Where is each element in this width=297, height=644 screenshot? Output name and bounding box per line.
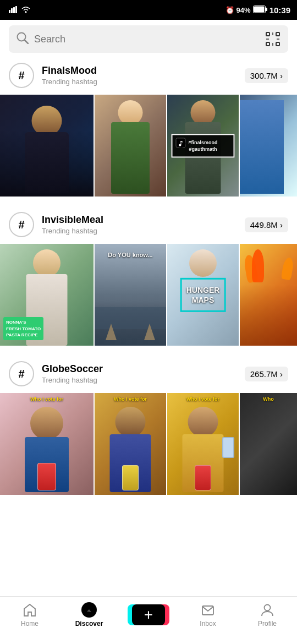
svg-point-21 [265, 605, 271, 611]
thumb-invisiblemeal-3[interactable]: HUNGERMAPS [167, 244, 239, 346]
hashtag-header-invisiblemeal: # InvisibleMeal Trending hashtag 449.8M … [0, 208, 297, 239]
thumb-globesoccer-1[interactable]: Who I vote for [0, 393, 94, 495]
nav-item-home[interactable]: Home [0, 602, 59, 627]
create-button-container[interactable]: + [130, 604, 167, 625]
home-icon [22, 602, 37, 618]
status-right: ⏰ 94% 10:39 [226, 6, 290, 15]
bottom-nav: Home Discover + Inbox [0, 596, 297, 644]
hashtag-count-2[interactable]: 449.8M › [245, 217, 288, 232]
profile-label: Profile [258, 620, 277, 627]
hashtag-name-3[interactable]: GlobeSoccer [42, 363, 103, 375]
hashtag-name[interactable]: FinalsMood [42, 65, 97, 77]
hashtag-info-2: InvisibleMeal Trending hashtag [42, 214, 103, 235]
hashtag-count[interactable]: 300.7M › [245, 68, 288, 83]
search-bar[interactable] [9, 25, 288, 53]
who-overlay-4: Who [240, 393, 297, 405]
thumb-finalsmood-3[interactable]: #finalsmood#gauthmath [167, 95, 239, 197]
scan-icon[interactable] [265, 31, 280, 47]
thumb-finalsmood-2[interactable] [95, 95, 166, 197]
inbox-icon [200, 602, 216, 618]
svg-rect-3 [15, 6, 17, 13]
hashtag-header-finalsmood: # FinalsMood Trending hashtag 300.7M › [0, 58, 297, 90]
hunger-maps-badge: HUNGERMAPS [180, 277, 226, 312]
thumb-finalsmood-1[interactable] [0, 95, 94, 197]
image-grid-globesoccer: Who I vote for Who I vote for Who I vote… [0, 393, 297, 495]
discover-label: Discover [75, 620, 103, 627]
thumb-invisiblemeal-2[interactable]: Do YOU know... [95, 244, 166, 346]
svg-rect-6 [254, 6, 264, 12]
hashtag-sub: Trending hashtag [42, 78, 97, 86]
wifi-icon [21, 6, 31, 15]
plus-main-button[interactable]: + [132, 604, 165, 625]
svg-point-4 [25, 11, 27, 13]
tiktok-badge: #finalsmood#gauthmath [172, 134, 235, 157]
hashtag-icon-2: # [9, 212, 34, 237]
hashtag-header-globesoccer: # GlobeSoccer Trending hashtag 265.7M › [0, 357, 297, 389]
hashtag-name-2[interactable]: InvisibleMeal [42, 214, 103, 226]
home-label: Home [21, 620, 38, 627]
who-overlay-1: Who I vote for [0, 393, 94, 405]
who-overlay-2: Who I vote for [95, 393, 166, 405]
alarm-icon: ⏰ [226, 6, 234, 14]
trend-section-globesoccer: # GlobeSoccer Trending hashtag 265.7M › … [0, 357, 297, 495]
status-left [9, 6, 31, 15]
nav-item-inbox[interactable]: Inbox [178, 602, 238, 627]
svg-rect-0 [9, 10, 10, 13]
hashtag-left: # FinalsMood Trending hashtag [9, 63, 97, 88]
main-content: # FinalsMood Trending hashtag 300.7M › [0, 58, 297, 572]
image-grid-finalsmood: #finalsmood#gauthmath [0, 95, 297, 197]
svg-rect-11 [276, 32, 279, 36]
hashtag-left-2: # InvisibleMeal Trending hashtag [9, 212, 103, 237]
hashtag-count-3[interactable]: 265.7M › [245, 367, 288, 381]
status-bar: ⏰ 94% 10:39 [0, 0, 297, 20]
inbox-label: Inbox [200, 620, 216, 627]
search-input[interactable] [34, 34, 280, 45]
battery-level: 94% [237, 6, 251, 14]
thumb-invisiblemeal-1[interactable]: NONNA'SFRESH TOMATOPASTA RECIPE [0, 244, 94, 346]
svg-rect-7 [266, 8, 267, 11]
thumb-globesoccer-4[interactable]: Who [240, 393, 297, 495]
hashtag-icon-3: # [9, 361, 34, 386]
hashtag-left-3: # GlobeSoccer Trending hashtag [9, 361, 103, 386]
thumb-globesoccer-2[interactable]: Who I vote for [95, 393, 166, 495]
profile-icon [260, 602, 275, 618]
thumb-finalsmood-4[interactable] [240, 95, 297, 197]
battery-icon [253, 6, 267, 15]
image-grid-invisiblemeal: NONNA'SFRESH TOMATOPASTA RECIPE Do YOU k… [0, 244, 297, 346]
nav-item-discover[interactable]: Discover [59, 602, 119, 627]
trend-section-finalsmood: # FinalsMood Trending hashtag 300.7M › [0, 58, 297, 197]
hashtag-info-3: GlobeSoccer Trending hashtag [42, 363, 103, 384]
svg-rect-13 [276, 42, 279, 46]
hashtag-info: FinalsMood Trending hashtag [42, 65, 97, 86]
nav-item-create[interactable]: + [119, 604, 178, 625]
signal-icon [9, 6, 19, 15]
thumb-globesoccer-3[interactable]: Who I vote for [167, 393, 239, 495]
trend-section-invisiblemeal: # InvisibleMeal Trending hashtag 449.8M … [0, 208, 297, 346]
discover-icon [81, 602, 97, 618]
who-overlay-3: Who I vote for [167, 393, 239, 405]
time-display: 10:39 [270, 6, 290, 15]
hashtag-icon: # [9, 63, 34, 88]
svg-rect-10 [266, 32, 270, 36]
plus-icon: + [144, 607, 153, 623]
pasta-label: NONNA'SFRESH TOMATOPASTA RECIPE [3, 317, 43, 340]
svg-rect-2 [13, 7, 15, 13]
hashtag-sub-2: Trending hashtag [42, 227, 103, 235]
do-you-know-text: Do YOU know... [108, 252, 152, 258]
nav-item-profile[interactable]: Profile [238, 602, 297, 627]
thumb-invisiblemeal-4[interactable] [240, 244, 297, 346]
hashtag-sub-3: Trending hashtag [42, 376, 103, 384]
svg-line-9 [25, 40, 29, 44]
svg-rect-12 [266, 42, 270, 46]
svg-rect-1 [11, 8, 13, 13]
search-icon [16, 32, 29, 46]
